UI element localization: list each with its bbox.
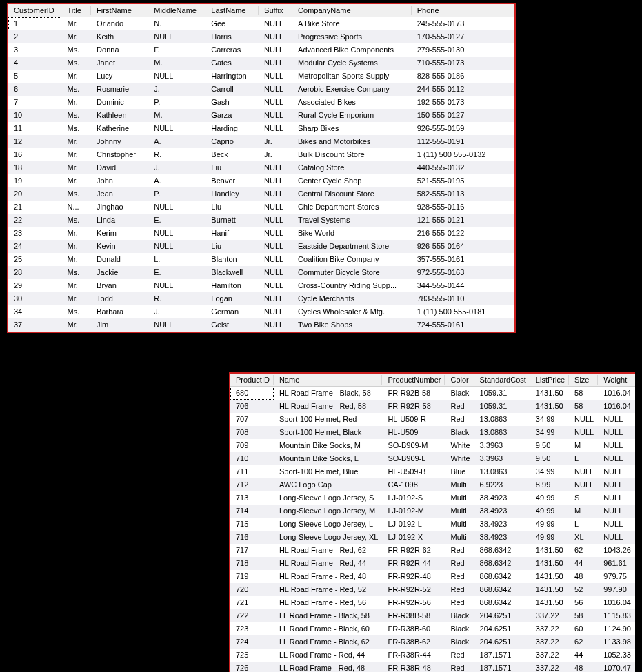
cell[interactable]: Mr.	[61, 70, 91, 83]
cell[interactable]: LL Road Frame - Black, 58	[274, 609, 383, 622]
cell[interactable]: Metropolitan Sports Supply	[292, 70, 412, 83]
cell[interactable]: Caprio	[205, 135, 259, 148]
products-header-productid[interactable]: ProductID	[230, 374, 274, 387]
cell[interactable]: 3.3963	[474, 452, 530, 465]
cell[interactable]: Ms.	[61, 305, 91, 318]
cell[interactable]: 204.6251	[474, 635, 530, 649]
cell[interactable]: NULL	[259, 96, 292, 109]
cell[interactable]: 1133.98	[598, 635, 635, 649]
cell[interactable]: FR-R38R-44	[382, 649, 445, 662]
cell[interactable]: Mr.	[61, 161, 91, 174]
products-header-listprice[interactable]: ListPrice	[530, 374, 569, 387]
cell[interactable]: Donald	[91, 253, 148, 266]
cell[interactable]: Eastside Department Store	[292, 240, 412, 253]
cell[interactable]: David	[91, 161, 148, 174]
cell[interactable]: 52	[569, 583, 598, 596]
products-header-standardcost[interactable]: StandardCost	[474, 374, 530, 387]
cell[interactable]: Sport-100 Helmet, Red	[274, 413, 383, 426]
cell[interactable]: Kathleen	[91, 109, 148, 122]
cell[interactable]: F.	[148, 43, 205, 57]
table-row[interactable]: 715Long-Sleeve Logo Jersey, LLJ-0192-LMu…	[230, 518, 635, 531]
cell[interactable]: Bryan	[91, 279, 148, 292]
cell[interactable]: FR-R38B-58	[382, 609, 445, 622]
cell[interactable]: 926-555-0164	[412, 240, 514, 253]
cell[interactable]: NULL	[259, 187, 292, 201]
cell[interactable]: HL-U509-R	[382, 413, 445, 426]
cell[interactable]: NULL	[148, 227, 205, 240]
cell[interactable]: FR-R38R-48	[382, 662, 445, 673]
cell[interactable]: A.	[148, 135, 205, 148]
cell[interactable]: 58	[569, 609, 598, 622]
cell[interactable]: M.	[148, 57, 205, 70]
cell[interactable]: NULL	[259, 161, 292, 174]
cell[interactable]: NULL	[598, 518, 635, 531]
cell[interactable]: Keith	[91, 30, 148, 43]
cell[interactable]: Mountain Bike Socks, M	[274, 439, 383, 452]
cell[interactable]: 719	[230, 570, 274, 583]
table-row[interactable]: 24Mr.KevinNULLLiuNULLEastside Department…	[8, 240, 514, 253]
cell[interactable]: L	[569, 452, 598, 465]
cell[interactable]: HL Road Frame - Red, 52	[274, 583, 383, 596]
cell[interactable]: NULL	[259, 17, 292, 30]
cell[interactable]: 725	[230, 649, 274, 662]
cell[interactable]: 49.99	[530, 491, 569, 505]
cell[interactable]: Ms.	[61, 122, 91, 135]
cell[interactable]: Associated Bikes	[292, 96, 412, 109]
cell[interactable]: FR-R38B-62	[382, 635, 445, 649]
cell[interactable]: 1059.31	[474, 400, 530, 413]
products-header-size[interactable]: Size	[569, 374, 598, 387]
cell[interactable]: 723	[230, 622, 274, 635]
cell[interactable]: 204.6251	[474, 609, 530, 622]
cell[interactable]: Red	[445, 544, 474, 557]
cell[interactable]: 13.0863	[474, 426, 530, 439]
cell[interactable]: NULL	[259, 292, 292, 305]
cell[interactable]: NULL	[259, 201, 292, 214]
cell[interactable]: LL Road Frame - Black, 62	[274, 635, 383, 649]
cell[interactable]: Mr.	[61, 253, 91, 266]
cell[interactable]: NULL	[259, 214, 292, 227]
cell[interactable]: NULL	[148, 279, 205, 292]
table-row[interactable]: 712AWC Logo CapCA-1098Multi6.92238.99NUL…	[230, 478, 635, 491]
cell[interactable]: LL Road Frame - Red, 48	[274, 662, 383, 673]
cell[interactable]: Bike World	[292, 227, 412, 240]
cell[interactable]: Cross-Country Riding Supp...	[292, 279, 412, 292]
cell[interactable]: M.	[148, 109, 205, 122]
cell[interactable]: 2	[8, 30, 61, 43]
cell[interactable]: Ms.	[61, 43, 91, 57]
cell[interactable]: 997.90	[598, 583, 635, 596]
cell[interactable]: 1 (11) 500 555-0181	[412, 305, 514, 318]
cell[interactable]: 279-555-0130	[412, 43, 514, 57]
cell[interactable]: E.	[148, 266, 205, 279]
table-row[interactable]: 29Mr.BryanNULLHamiltonNULLCross-Country …	[8, 279, 514, 292]
cell[interactable]: Black	[445, 387, 474, 400]
table-row[interactable]: 19Mr.JohnA.BeaverNULLCenter Cycle Shop52…	[8, 174, 514, 187]
cell[interactable]: Beck	[205, 148, 259, 161]
cell[interactable]: NULL	[598, 491, 635, 505]
cell[interactable]: White	[445, 452, 474, 465]
cell[interactable]: NULL	[598, 426, 635, 439]
cell[interactable]: Harris	[205, 30, 259, 43]
cell[interactable]: Bikes and Motorbikes	[292, 135, 412, 148]
table-row[interactable]: 28Ms.JackieE.BlackwellNULLCommuter Bicyc…	[8, 266, 514, 279]
cell[interactable]: German	[205, 305, 259, 318]
cell[interactable]: Todd	[91, 292, 148, 305]
cell[interactable]: NULL	[259, 253, 292, 266]
cell[interactable]: Red	[445, 570, 474, 583]
customers-header-middlename[interactable]: MiddleName	[148, 4, 205, 17]
cell[interactable]: Janet	[91, 57, 148, 70]
cell[interactable]: NULL	[259, 318, 292, 332]
cell[interactable]: 34.99	[530, 426, 569, 439]
cell[interactable]: 979.75	[598, 570, 635, 583]
cell[interactable]: 49.99	[530, 505, 569, 518]
cell[interactable]: 726	[230, 662, 274, 673]
cell[interactable]: 1431.50	[530, 387, 569, 400]
cell[interactable]: J.	[148, 161, 205, 174]
cell[interactable]: Sport-100 Helmet, Black	[274, 426, 383, 439]
cell[interactable]: Handley	[205, 187, 259, 201]
cell[interactable]: Red	[445, 413, 474, 426]
table-row[interactable]: 720HL Road Frame - Red, 52FR-R92R-52Red8…	[230, 583, 635, 596]
table-row[interactable]: 1Mr.OrlandoN.GeeNULLA Bike Store245-555-…	[8, 17, 514, 30]
cell[interactable]: Ms.	[61, 109, 91, 122]
cell[interactable]: Ms.	[61, 57, 91, 70]
cell[interactable]: Sharp Bikes	[292, 122, 412, 135]
